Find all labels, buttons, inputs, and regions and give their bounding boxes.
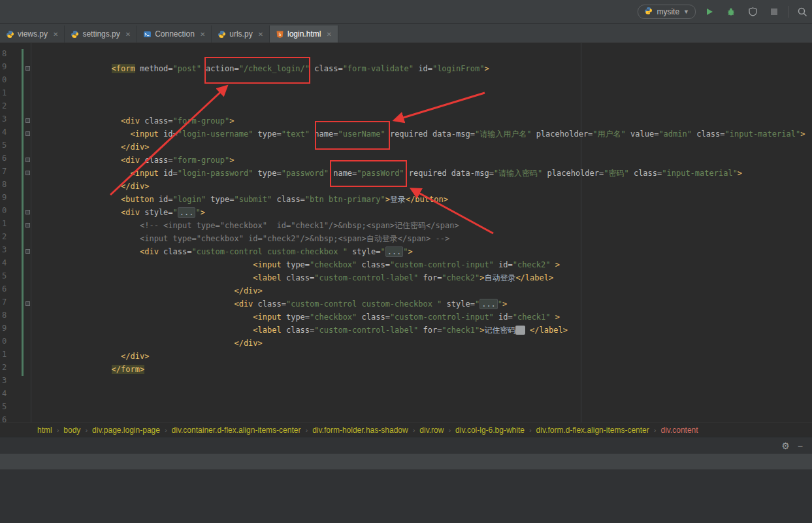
tool-window-toolbar — [0, 454, 812, 469]
line-number: 0 — [2, 206, 16, 219]
tab-settings.py[interactable]: settings.py✕ — [65, 25, 137, 42]
line-number: 8 — [2, 49, 16, 62]
code-editor[interactable]: 89012345678901234567890123456 <form meth… — [0, 43, 812, 422]
run-button[interactable] — [702, 4, 717, 20]
breadcrumb-item[interactable]: div.form.d-flex.align-items-center — [536, 426, 649, 435]
line-number: 4 — [2, 389, 16, 402]
tab-label: Connection — [155, 29, 195, 39]
coverage-shield-icon — [749, 7, 757, 16]
line-number: 1 — [2, 88, 16, 101]
console-file-icon — [143, 30, 152, 39]
code-line: <!-- <input type="checkbox" id="check1"/… — [31, 219, 812, 232]
line-number: 7 — [2, 167, 16, 180]
code-line — [31, 376, 812, 389]
code-line: <div style="..."> — [31, 206, 812, 219]
code-line: <div class="form-group"> — [31, 154, 812, 167]
run-config-selector[interactable]: mysite ▼ — [638, 5, 696, 19]
code-line: </div> — [31, 284, 812, 297]
search-icon — [797, 7, 807, 17]
breadcrumb-item[interactable]: div.row — [419, 426, 444, 435]
line-number: 3 — [2, 245, 16, 258]
code-line: <input type="checkbox" class="custom-con… — [31, 311, 812, 324]
vcs-change-marker — [22, 49, 24, 376]
breadcrumb-item[interactable]: div.form-holder.has-shadow — [312, 426, 408, 435]
debug-button[interactable] — [723, 4, 739, 20]
right-margin-guide — [581, 43, 581, 422]
close-tab-icon[interactable]: ✕ — [200, 31, 205, 38]
line-number: 5 — [2, 402, 16, 415]
editor-tabs: views.py✕settings.py✕Connection✕urls.py✕… — [0, 24, 812, 43]
code-line: <input type="checkbox" class="custom-con… — [31, 258, 812, 271]
breadcrumb-item[interactable]: body — [63, 426, 80, 435]
line-number: 4 — [2, 127, 16, 141]
breadcrumb-item[interactable]: div.container.d-flex.align-items-center — [172, 426, 301, 435]
line-number: 2 — [2, 363, 16, 376]
line-number: 8 — [2, 311, 16, 324]
fold-marker-icon[interactable] — [25, 131, 30, 136]
code-line — [31, 88, 812, 101]
fold-marker-icon[interactable] — [25, 118, 30, 123]
tab-urls.py[interactable]: urls.py✕ — [212, 25, 270, 42]
breadcrumb-item[interactable]: div.col-lg-6.bg-white — [455, 426, 525, 435]
close-tab-icon[interactable]: ✕ — [53, 31, 58, 38]
line-number: 9 — [2, 324, 16, 337]
line-number: 8 — [2, 180, 16, 193]
python-file-icon — [218, 30, 226, 39]
code-area[interactable]: <form method="post" action="/check_login… — [31, 43, 812, 422]
fold-marker-icon[interactable] — [25, 171, 30, 175]
code-line: </form> — [31, 363, 812, 376]
search-everywhere-button[interactable] — [794, 4, 810, 20]
editor-gutter[interactable]: 89012345678901234567890123456 — [0, 43, 31, 422]
line-number: 0 — [2, 337, 16, 350]
line-number: 7 — [2, 297, 16, 311]
close-tab-icon[interactable]: ✕ — [258, 31, 263, 38]
close-tab-icon[interactable]: ✕ — [326, 31, 331, 38]
breadcrumb-separator-icon: › — [57, 426, 59, 434]
tab-views.py[interactable]: views.py✕ — [0, 25, 65, 42]
code-line: <label class="custom-control-label" for=… — [31, 271, 812, 284]
line-number: 6 — [2, 154, 16, 167]
code-line — [31, 49, 812, 62]
run-config-icon — [644, 7, 653, 17]
line-number: 3 — [2, 114, 16, 127]
tab-label: urls.py — [229, 29, 252, 39]
toolbar-separator — [788, 6, 788, 18]
fold-marker-icon[interactable] — [25, 249, 30, 254]
breadcrumb-separator-icon: › — [448, 426, 451, 434]
close-tab-icon[interactable]: ✕ — [125, 31, 131, 38]
breadcrumb-separator-icon: › — [529, 426, 532, 434]
code-line — [31, 415, 812, 422]
fold-marker-icon[interactable] — [25, 210, 30, 214]
tab-Connection[interactable]: Connection✕ — [137, 25, 212, 42]
code-line: <button id="login" type="submit" class="… — [31, 193, 812, 206]
tab-login.html[interactable]: 5login.html✕ — [270, 25, 338, 42]
fold-marker-icon[interactable] — [25, 66, 30, 71]
tab-label: settings.py — [82, 29, 120, 39]
tool-window-content — [0, 469, 812, 523]
python-file-icon — [6, 30, 14, 39]
svg-text:5: 5 — [278, 32, 281, 37]
code-line — [31, 402, 812, 415]
code-line — [31, 75, 812, 88]
stop-button[interactable] — [766, 4, 782, 20]
line-number: 1 — [2, 219, 16, 232]
fold-marker-icon[interactable] — [25, 223, 30, 228]
stop-icon — [770, 8, 778, 16]
fold-marker-icon[interactable] — [25, 158, 30, 162]
line-number: 5 — [2, 141, 16, 154]
code-line: <input id="login-password" type="passwor… — [31, 167, 812, 180]
chevron-down-icon: ▼ — [683, 8, 689, 15]
hide-panel-icon[interactable]: − — [798, 441, 803, 451]
line-number: 1 — [2, 350, 16, 363]
breadcrumb: html›body›div.page.login-page›div.contai… — [0, 422, 812, 437]
breadcrumb-item[interactable]: div.page.login-page — [92, 426, 160, 435]
run-with-coverage-button[interactable] — [745, 4, 760, 20]
bug-icon — [726, 7, 736, 16]
breadcrumb-item[interactable]: div.content — [660, 426, 698, 435]
breadcrumb-separator-icon: › — [85, 426, 88, 434]
line-number: 5 — [2, 271, 16, 284]
fold-marker-icon[interactable] — [25, 301, 30, 306]
breadcrumb-item[interactable]: html — [37, 426, 52, 435]
line-number: 3 — [2, 376, 16, 389]
gear-icon[interactable]: ⚙ — [781, 441, 790, 451]
